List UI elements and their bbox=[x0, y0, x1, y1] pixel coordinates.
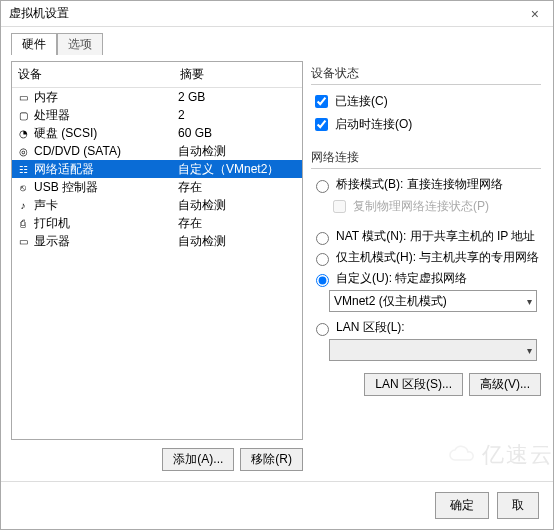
device-summary: 自动检测 bbox=[174, 143, 302, 160]
device-name: 显示器 bbox=[34, 233, 70, 250]
device-summary: 自动检测 bbox=[174, 197, 302, 214]
lan-segments-button[interactable]: LAN 区段(S)... bbox=[364, 373, 463, 396]
table-row[interactable]: ◎CD/DVD (SATA)自动检测 bbox=[12, 142, 302, 160]
device-summary: 存在 bbox=[174, 179, 302, 196]
content-body: 设备 摘要 ▭内存2 GB▢处理器2◔硬盘 (SCSI)60 GB◎CD/DVD… bbox=[1, 55, 553, 481]
cpu-icon: ▢ bbox=[16, 108, 30, 122]
chevron-down-icon: ▾ bbox=[527, 345, 532, 356]
device-name: USB 控制器 bbox=[34, 179, 98, 196]
device-summary: 60 GB bbox=[174, 126, 302, 140]
usb-icon: ⎋ bbox=[16, 180, 30, 194]
device-summary: 自定义（VMnet2） bbox=[174, 161, 302, 178]
chevron-down-icon: ▾ bbox=[527, 296, 532, 307]
hostonly-label: 仅主机模式(H): 与主机共享的专用网络 bbox=[336, 249, 539, 266]
table-row[interactable]: ♪声卡自动检测 bbox=[12, 196, 302, 214]
device-status-group: 设备状态 已连接(C) 启动时连接(O) bbox=[311, 65, 541, 135]
custom-network-select[interactable]: VMnet2 (仅主机模式) ▾ bbox=[329, 290, 537, 312]
bridged-label: 桥接模式(B): 直接连接物理网络 bbox=[336, 176, 503, 193]
left-buttons: 添加(A)... 移除(R) bbox=[11, 440, 303, 475]
device-name: 打印机 bbox=[34, 215, 70, 232]
custom-label: 自定义(U): 特定虚拟网络 bbox=[336, 270, 467, 287]
vm-settings-window: 虚拟机设置 × 硬件 选项 设备 摘要 ▭内存2 GB▢处理器2◔硬盘 (SCS… bbox=[0, 0, 554, 530]
device-name: CD/DVD (SATA) bbox=[34, 144, 121, 158]
device-name: 硬盘 (SCSI) bbox=[34, 125, 97, 142]
left-panel: 设备 摘要 ▭内存2 GB▢处理器2◔硬盘 (SCSI)60 GB◎CD/DVD… bbox=[11, 61, 303, 475]
connect-on-row[interactable]: 启动时连接(O) bbox=[311, 114, 541, 135]
lan-row[interactable]: LAN 区段(L): bbox=[311, 318, 541, 337]
table-row[interactable]: ▭内存2 GB bbox=[12, 88, 302, 106]
network-connection-title: 网络连接 bbox=[311, 149, 541, 169]
lan-radio[interactable] bbox=[316, 323, 329, 336]
lan-label: LAN 区段(L): bbox=[336, 319, 405, 336]
disk-icon: ◔ bbox=[16, 126, 30, 140]
device-status-title: 设备状态 bbox=[311, 65, 541, 85]
device-table-header: 设备 摘要 bbox=[12, 62, 302, 88]
col-summary: 摘要 bbox=[174, 62, 302, 87]
table-row[interactable]: ⎙打印机存在 bbox=[12, 214, 302, 232]
tab-hardware[interactable]: 硬件 bbox=[11, 33, 57, 55]
hostonly-row[interactable]: 仅主机模式(H): 与主机共享的专用网络 bbox=[311, 248, 541, 267]
table-row[interactable]: ▢处理器2 bbox=[12, 106, 302, 124]
remove-button[interactable]: 移除(R) bbox=[240, 448, 303, 471]
network-connection-group: 网络连接 桥接模式(B): 直接连接物理网络 复制物理网络连接状态(P) NAT… bbox=[311, 149, 541, 396]
right-buttons: LAN 区段(S)... 高级(V)... bbox=[311, 373, 541, 396]
device-summary: 2 GB bbox=[174, 90, 302, 104]
window-title: 虚拟机设置 bbox=[9, 5, 69, 22]
device-name: 声卡 bbox=[34, 197, 58, 214]
custom-row[interactable]: 自定义(U): 特定虚拟网络 bbox=[311, 269, 541, 288]
cdrom-icon: ◎ bbox=[16, 144, 30, 158]
nat-label: NAT 模式(N): 用于共享主机的 IP 地址 bbox=[336, 228, 535, 245]
device-name: 网络适配器 bbox=[34, 161, 94, 178]
replicate-row: 复制物理网络连接状态(P) bbox=[311, 196, 541, 217]
nat-row[interactable]: NAT 模式(N): 用于共享主机的 IP 地址 bbox=[311, 227, 541, 246]
memory-icon: ▭ bbox=[16, 90, 30, 104]
connected-row[interactable]: 已连接(C) bbox=[311, 91, 541, 112]
sound-icon: ♪ bbox=[16, 198, 30, 212]
footer: 确定 取 bbox=[1, 481, 553, 529]
close-icon[interactable]: × bbox=[525, 6, 545, 22]
device-summary: 2 bbox=[174, 108, 302, 122]
device-table: 设备 摘要 ▭内存2 GB▢处理器2◔硬盘 (SCSI)60 GB◎CD/DVD… bbox=[11, 61, 303, 440]
hostonly-radio[interactable] bbox=[316, 253, 329, 266]
table-row[interactable]: ◔硬盘 (SCSI)60 GB bbox=[12, 124, 302, 142]
add-button[interactable]: 添加(A)... bbox=[162, 448, 234, 471]
table-row[interactable]: ⎋USB 控制器存在 bbox=[12, 178, 302, 196]
table-row[interactable]: ☷网络适配器自定义（VMnet2） bbox=[12, 160, 302, 178]
right-panel: 设备状态 已连接(C) 启动时连接(O) 网络连接 桥接模式(B): 直接连接物… bbox=[309, 61, 543, 475]
custom-network-value: VMnet2 (仅主机模式) bbox=[334, 293, 447, 310]
titlebar: 虚拟机设置 × bbox=[1, 1, 553, 27]
bridged-radio[interactable] bbox=[316, 180, 329, 193]
table-row[interactable]: ▭显示器自动检测 bbox=[12, 232, 302, 250]
device-summary: 自动检测 bbox=[174, 233, 302, 250]
device-summary: 存在 bbox=[174, 215, 302, 232]
connected-label: 已连接(C) bbox=[335, 93, 388, 110]
display-icon: ▭ bbox=[16, 234, 30, 248]
tab-options[interactable]: 选项 bbox=[57, 33, 103, 55]
custom-radio[interactable] bbox=[316, 274, 329, 287]
cancel-button[interactable]: 取 bbox=[497, 492, 539, 519]
replicate-label: 复制物理网络连接状态(P) bbox=[353, 198, 489, 215]
ok-button[interactable]: 确定 bbox=[435, 492, 489, 519]
device-name: 处理器 bbox=[34, 107, 70, 124]
advanced-button[interactable]: 高级(V)... bbox=[469, 373, 541, 396]
lan-segment-select: ▾ bbox=[329, 339, 537, 361]
col-device: 设备 bbox=[12, 62, 174, 87]
connected-checkbox[interactable] bbox=[315, 95, 328, 108]
device-rows: ▭内存2 GB▢处理器2◔硬盘 (SCSI)60 GB◎CD/DVD (SATA… bbox=[12, 88, 302, 439]
device-name: 内存 bbox=[34, 89, 58, 106]
printer-icon: ⎙ bbox=[16, 216, 30, 230]
nat-radio[interactable] bbox=[316, 232, 329, 245]
replicate-checkbox bbox=[333, 200, 346, 213]
connect-on-label: 启动时连接(O) bbox=[335, 116, 412, 133]
connect-on-checkbox[interactable] bbox=[315, 118, 328, 131]
network-icon: ☷ bbox=[16, 162, 30, 176]
bridged-row[interactable]: 桥接模式(B): 直接连接物理网络 bbox=[311, 175, 541, 194]
tabs: 硬件 选项 bbox=[1, 27, 553, 55]
